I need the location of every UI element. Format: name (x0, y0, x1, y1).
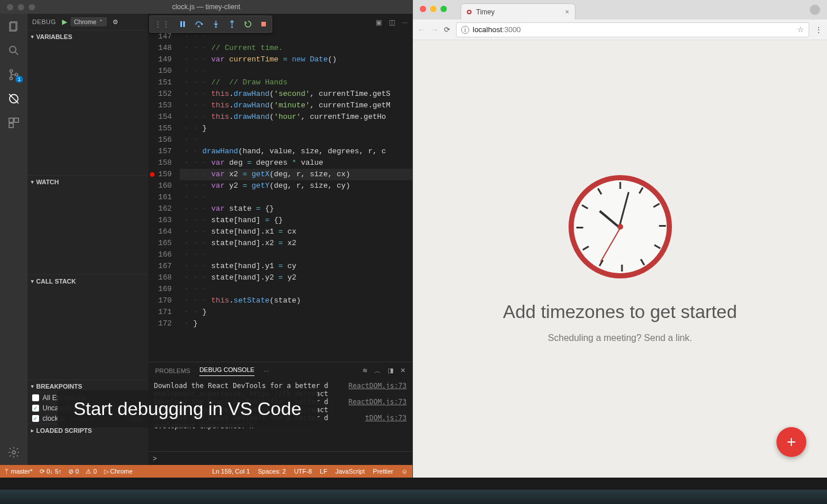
caption-overlay: Start debugging in VS Code (57, 390, 318, 428)
svg-point-12 (10, 69, 13, 72)
debug-restart-icon[interactable] (244, 20, 252, 28)
tab-title: Timey (476, 8, 494, 16)
svg-point-10 (10, 46, 16, 53)
chrome-menu-icon[interactable]: ⋮ (815, 25, 822, 34)
status-sync[interactable]: ⟳ 0↓ 5↑ (40, 468, 61, 475)
traffic-light-close[interactable] (420, 6, 426, 12)
collapse-icon[interactable]: ︿ (374, 367, 381, 375)
checkbox-icon[interactable]: ✓ (32, 415, 39, 422)
chrome-window: Timey × ← → ⟳ i localhost:3000 ☆ ⋮ (412, 0, 827, 478)
debug-grip-icon[interactable]: ⋮⋮ (154, 20, 171, 28)
svg-point-2 (198, 26, 200, 28)
status-errors[interactable]: ⊘ 0 (68, 468, 79, 475)
extensions-icon[interactable] (7, 116, 21, 130)
svg-rect-0 (180, 21, 182, 27)
checkbox-icon[interactable]: ✓ (32, 405, 39, 412)
titlebar: clock.js — timey-client (0, 0, 412, 14)
status-bar: ᛘ master* ⟳ 0↓ 5↑ ⊘ 0 ⚠ 0 ▷ Chrome Ln 15… (0, 465, 412, 478)
svg-rect-7 (261, 22, 266, 26)
debug-step-out-icon[interactable] (228, 20, 236, 28)
scm-badge: 1 (16, 76, 23, 83)
svg-rect-1 (183, 21, 185, 27)
url-host: localhost:3000 (473, 25, 521, 34)
debug-stop-icon[interactable] (260, 21, 267, 28)
debug-config-select[interactable]: Chrome ⌃ (71, 17, 107, 26)
status-cursor[interactable]: Ln 159, Col 1 (212, 468, 250, 475)
debug-console-input[interactable]: > (148, 451, 412, 465)
svg-point-20 (12, 451, 16, 454)
status-indent[interactable]: Spaces: 2 (258, 468, 286, 475)
explorer-icon[interactable] (7, 20, 21, 33)
window-title: clock.js — timey-client (0, 3, 412, 11)
svg-point-6 (231, 26, 233, 28)
chrome-toolbar: ← → ⟳ i localhost:3000 ☆ ⋮ (413, 20, 827, 40)
code-editor[interactable]: 1471481491501511521531541551561571581591… (148, 31, 412, 362)
status-feedback-icon[interactable]: ☺ (401, 468, 408, 475)
favicon-icon (467, 10, 472, 14)
back-icon[interactable]: ← (418, 25, 425, 34)
maximize-panel-icon[interactable]: ◨ (388, 367, 393, 375)
status-lang[interactable]: JavaScript (335, 468, 365, 475)
start-debug-icon[interactable]: ▶ (62, 18, 67, 26)
svg-line-11 (16, 52, 18, 55)
traffic-light-minimize[interactable] (430, 6, 436, 12)
checkbox-icon[interactable] (32, 394, 39, 401)
svg-rect-18 (14, 118, 18, 122)
page-content: Add timezones to get started Scheduling … (413, 40, 827, 478)
traffic-light-zoom[interactable] (440, 6, 447, 12)
debug-title: DEBUG (32, 18, 56, 25)
tab-more[interactable]: ··· (264, 367, 269, 374)
add-fab-button[interactable]: + (776, 427, 806, 457)
debug-icon[interactable] (7, 92, 21, 106)
more-icon[interactable]: ··· (402, 18, 408, 26)
status-encoding[interactable]: UTF-8 (294, 468, 312, 475)
browser-tab[interactable]: Timey × (461, 3, 575, 20)
status-eol[interactable]: LF (320, 468, 327, 475)
settings-gear-icon[interactable] (7, 445, 21, 459)
profile-icon[interactable] (810, 5, 820, 15)
status-warnings[interactable]: ⚠ 0 (86, 468, 96, 475)
activity-bar: 1 (0, 14, 28, 465)
tab-debug-console[interactable]: DEBUG CONSOLE (199, 366, 254, 376)
close-panel-icon[interactable]: ✕ (400, 367, 405, 375)
svg-point-4 (215, 26, 217, 28)
status-debug-target[interactable]: ▷ Chrome (104, 468, 133, 475)
split-editor-icon[interactable]: ◫ (389, 18, 395, 26)
status-branch[interactable]: ᛘ master* (5, 468, 33, 475)
reload-icon[interactable]: ⟳ (444, 25, 450, 34)
svg-rect-17 (9, 118, 13, 122)
close-tab-icon[interactable]: × (565, 8, 569, 16)
clock-illustration (569, 175, 672, 278)
toggle-panel-icon[interactable]: ▣ (376, 18, 382, 26)
svg-line-16 (9, 94, 19, 104)
section-watch[interactable]: ▾WATCH (28, 176, 148, 188)
svg-rect-19 (9, 123, 13, 127)
page-subtitle: Scheduling a meeting? Send a link. (548, 333, 692, 343)
svg-point-13 (10, 77, 13, 80)
search-icon[interactable] (7, 44, 21, 57)
bookmark-star-icon[interactable]: ☆ (797, 25, 804, 34)
desktop-background (0, 490, 827, 504)
debug-settings-icon[interactable]: ⚙ (113, 18, 118, 26)
tab-problems[interactable]: PROBLEMS (155, 367, 190, 374)
status-prettier[interactable]: Prettier (373, 468, 393, 475)
chrome-tabstrip: Timey × (413, 0, 827, 20)
forward-icon[interactable]: → (431, 25, 438, 34)
section-variables[interactable]: ▾VARIABLES (28, 30, 148, 43)
address-bar[interactable]: i localhost:3000 ☆ (456, 22, 809, 37)
clear-console-icon[interactable]: ≋ (362, 367, 368, 375)
debug-step-into-icon[interactable] (212, 20, 220, 28)
section-callstack[interactable]: ▾CALL STACK (28, 275, 148, 288)
source-control-icon[interactable]: 1 (7, 68, 21, 82)
debug-pause-icon[interactable] (179, 20, 187, 28)
debug-step-over-icon[interactable] (195, 20, 204, 28)
page-heading: Add timezones to get started (503, 301, 737, 323)
debug-toolbar[interactable]: ⋮⋮ (149, 15, 272, 33)
site-info-icon[interactable]: i (461, 26, 469, 34)
